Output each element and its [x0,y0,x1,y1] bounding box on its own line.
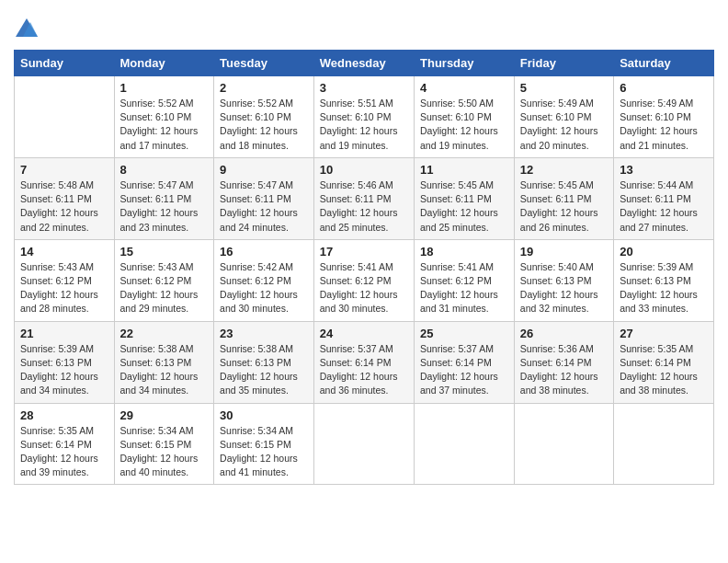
day-number: 11 [420,163,508,177]
day-number: 14 [20,245,108,259]
weekday-header-sunday: Sunday [15,51,115,76]
day-info: Sunrise: 5:45 AM Sunset: 6:11 PM Dayligh… [420,178,508,235]
day-info: Sunrise: 5:37 AM Sunset: 6:14 PM Dayligh… [420,342,508,398]
week-row-1: 1Sunrise: 5:52 AM Sunset: 6:10 PM Daylig… [15,76,714,158]
calendar-cell: 6Sunrise: 5:49 AM Sunset: 6:10 PM Daylig… [614,76,714,158]
calendar-cell: 27Sunrise: 5:35 AM Sunset: 6:14 PM Dayli… [614,321,714,403]
calendar-cell: 26Sunrise: 5:36 AM Sunset: 6:14 PM Dayli… [514,321,613,403]
calendar-cell: 21Sunrise: 5:39 AM Sunset: 6:13 PM Dayli… [15,321,115,403]
day-number: 18 [420,245,508,259]
calendar-cell: 23Sunrise: 5:38 AM Sunset: 6:13 PM Dayli… [214,321,314,403]
day-info: Sunrise: 5:35 AM Sunset: 6:14 PM Dayligh… [620,342,708,398]
day-info: Sunrise: 5:48 AM Sunset: 6:11 PM Dayligh… [20,178,108,235]
calendar-cell [15,76,115,158]
calendar-cell: 25Sunrise: 5:37 AM Sunset: 6:14 PM Dayli… [415,321,515,403]
day-number: 1 [120,81,209,95]
calendar-cell: 22Sunrise: 5:38 AM Sunset: 6:13 PM Dayli… [114,321,214,403]
calendar-cell: 29Sunrise: 5:34 AM Sunset: 6:15 PM Dayli… [114,403,214,485]
weekday-header-saturday: Saturday [614,51,714,76]
calendar-cell: 16Sunrise: 5:42 AM Sunset: 6:12 PM Dayli… [214,239,314,321]
day-number: 3 [320,81,408,95]
calendar-cell: 20Sunrise: 5:39 AM Sunset: 6:13 PM Dayli… [614,239,714,321]
weekday-header-tuesday: Tuesday [214,51,314,76]
weekday-header-monday: Monday [114,51,214,76]
day-info: Sunrise: 5:42 AM Sunset: 6:12 PM Dayligh… [220,260,308,316]
day-number: 29 [120,408,209,422]
day-number: 13 [620,163,708,177]
day-number: 10 [320,163,408,177]
day-number: 16 [220,245,308,259]
day-info: Sunrise: 5:38 AM Sunset: 6:13 PM Dayligh… [120,342,209,398]
day-number: 23 [220,327,308,340]
day-info: Sunrise: 5:45 AM Sunset: 6:11 PM Dayligh… [520,178,608,235]
day-info: Sunrise: 5:39 AM Sunset: 6:13 PM Dayligh… [20,342,108,398]
day-number: 6 [620,81,708,95]
day-info: Sunrise: 5:49 AM Sunset: 6:10 PM Dayligh… [520,97,608,153]
day-info: Sunrise: 5:44 AM Sunset: 6:11 PM Dayligh… [620,178,708,235]
day-info: Sunrise: 5:47 AM Sunset: 6:11 PM Dayligh… [120,178,209,235]
day-info: Sunrise: 5:43 AM Sunset: 6:12 PM Dayligh… [120,260,209,316]
day-number: 19 [520,245,608,259]
logo [14,17,43,42]
day-number: 20 [620,245,708,259]
day-number: 24 [320,327,408,340]
day-number: 7 [20,163,108,177]
day-info: Sunrise: 5:34 AM Sunset: 6:15 PM Dayligh… [120,424,209,480]
calendar-cell: 9Sunrise: 5:47 AM Sunset: 6:11 PM Daylig… [214,157,314,239]
day-number: 4 [420,81,508,95]
day-info: Sunrise: 5:36 AM Sunset: 6:14 PM Dayligh… [520,342,608,398]
calendar-cell: 10Sunrise: 5:46 AM Sunset: 6:11 PM Dayli… [313,157,414,239]
weekday-header-wednesday: Wednesday [313,51,414,76]
weekday-header-thursday: Thursday [415,51,515,76]
day-info: Sunrise: 5:46 AM Sunset: 6:11 PM Dayligh… [320,178,408,235]
calendar-cell: 8Sunrise: 5:47 AM Sunset: 6:11 PM Daylig… [114,157,214,239]
calendar: SundayMondayTuesdayWednesdayThursdayFrid… [14,50,714,485]
week-row-5: 28Sunrise: 5:35 AM Sunset: 6:14 PM Dayli… [15,403,714,485]
calendar-cell [514,403,613,485]
day-info: Sunrise: 5:43 AM Sunset: 6:12 PM Dayligh… [20,260,108,316]
day-info: Sunrise: 5:41 AM Sunset: 6:12 PM Dayligh… [320,260,408,316]
calendar-cell: 15Sunrise: 5:43 AM Sunset: 6:12 PM Dayli… [114,239,214,321]
day-info: Sunrise: 5:34 AM Sunset: 6:15 PM Dayligh… [220,424,308,480]
day-number: 9 [220,163,308,177]
calendar-cell: 18Sunrise: 5:41 AM Sunset: 6:12 PM Dayli… [415,239,515,321]
day-number: 12 [520,163,608,177]
day-info: Sunrise: 5:50 AM Sunset: 6:10 PM Dayligh… [420,97,508,153]
calendar-cell: 14Sunrise: 5:43 AM Sunset: 6:12 PM Dayli… [15,239,115,321]
day-info: Sunrise: 5:38 AM Sunset: 6:13 PM Dayligh… [220,342,308,398]
day-info: Sunrise: 5:51 AM Sunset: 6:10 PM Dayligh… [320,97,408,153]
day-info: Sunrise: 5:52 AM Sunset: 6:10 PM Dayligh… [220,97,308,153]
day-number: 27 [620,327,708,340]
calendar-cell: 5Sunrise: 5:49 AM Sunset: 6:10 PM Daylig… [514,76,613,158]
day-info: Sunrise: 5:49 AM Sunset: 6:10 PM Dayligh… [620,97,708,153]
day-number: 28 [20,408,108,422]
day-number: 25 [420,327,508,340]
day-info: Sunrise: 5:47 AM Sunset: 6:11 PM Dayligh… [220,178,308,235]
calendar-cell: 11Sunrise: 5:45 AM Sunset: 6:11 PM Dayli… [415,157,515,239]
calendar-cell: 2Sunrise: 5:52 AM Sunset: 6:10 PM Daylig… [214,76,314,158]
calendar-cell: 30Sunrise: 5:34 AM Sunset: 6:15 PM Dayli… [214,403,314,485]
day-number: 30 [220,408,308,422]
calendar-cell: 24Sunrise: 5:37 AM Sunset: 6:14 PM Dayli… [313,321,414,403]
logo-icon [14,17,40,42]
weekday-header-friday: Friday [514,51,613,76]
day-number: 15 [120,245,209,259]
week-row-3: 14Sunrise: 5:43 AM Sunset: 6:12 PM Dayli… [15,239,714,321]
weekday-header-row: SundayMondayTuesdayWednesdayThursdayFrid… [15,51,714,76]
day-info: Sunrise: 5:40 AM Sunset: 6:13 PM Dayligh… [520,260,608,316]
header [14,9,714,42]
calendar-cell [415,403,515,485]
calendar-cell: 3Sunrise: 5:51 AM Sunset: 6:10 PM Daylig… [313,76,414,158]
day-number: 21 [20,327,108,340]
day-number: 2 [220,81,308,95]
calendar-cell [614,403,714,485]
day-number: 22 [120,327,209,340]
week-row-4: 21Sunrise: 5:39 AM Sunset: 6:13 PM Dayli… [15,321,714,403]
day-info: Sunrise: 5:37 AM Sunset: 6:14 PM Dayligh… [320,342,408,398]
calendar-cell: 1Sunrise: 5:52 AM Sunset: 6:10 PM Daylig… [114,76,214,158]
calendar-cell: 7Sunrise: 5:48 AM Sunset: 6:11 PM Daylig… [15,157,115,239]
day-number: 26 [520,327,608,340]
day-info: Sunrise: 5:39 AM Sunset: 6:13 PM Dayligh… [620,260,708,316]
calendar-cell: 13Sunrise: 5:44 AM Sunset: 6:11 PM Dayli… [614,157,714,239]
day-number: 17 [320,245,408,259]
